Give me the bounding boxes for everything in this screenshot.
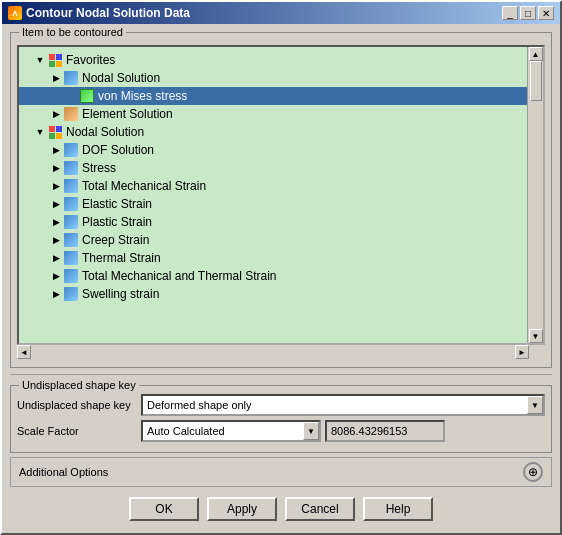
tree-item-total-mech-thermal[interactable]: ▶ Total Mechanical and Thermal Strain	[19, 267, 527, 285]
scroll-right-button[interactable]: ►	[515, 345, 529, 359]
swelling-icon	[63, 286, 79, 302]
creep-icon	[63, 232, 79, 248]
plastic-label: Plastic Strain	[82, 215, 152, 229]
scroll-thumb[interactable]	[530, 61, 542, 101]
scroll-corner	[529, 345, 545, 361]
scroll-left-button[interactable]: ◄	[17, 345, 31, 359]
titlebar: Λ Contour Nodal Solution Data _ □ ✕	[2, 2, 560, 24]
tree-item-total-mech[interactable]: ▶ Total Mechanical Strain	[19, 177, 527, 195]
thermal-icon	[63, 250, 79, 266]
favorites-label: Favorites	[66, 53, 115, 67]
nodal-fav-label: Nodal Solution	[82, 71, 160, 85]
ok-button[interactable]: OK	[129, 497, 199, 521]
tree-item-plastic[interactable]: ▶ Plastic Strain	[19, 213, 527, 231]
tree-item-nodal-main[interactable]: ▼ Nodal Solution	[19, 123, 527, 141]
additional-options-label: Additional Options	[19, 466, 108, 478]
shape-key-row: Undisplaced shape key Deformed shape onl…	[17, 394, 545, 416]
maximize-button[interactable]: □	[520, 6, 536, 20]
swelling-label: Swelling strain	[82, 287, 159, 301]
undisplaced-section: Undisplaced shape key Undisplaced shape …	[10, 385, 552, 453]
tree-item-nodal-fav[interactable]: ▶ Nodal Solution	[19, 69, 527, 87]
total-mech-thermal-label: Total Mechanical and Thermal Strain	[82, 269, 277, 283]
scroll-down-button[interactable]: ▼	[529, 329, 543, 343]
scale-factor-select-wrapper[interactable]: Auto Calculated Manual ▼	[141, 420, 321, 442]
von-mises-label: von Mises stress	[98, 89, 187, 103]
stress-label: Stress	[82, 161, 116, 175]
von-mises-icon	[79, 88, 95, 104]
dof-label: DOF Solution	[82, 143, 154, 157]
scale-factor-row: Scale Factor Auto Calculated Manual ▼	[17, 420, 545, 442]
element-solution-icon	[63, 106, 79, 122]
dof-icon	[63, 142, 79, 158]
button-row: OK Apply Cancel Help	[10, 493, 552, 525]
scale-factor-label: Scale Factor	[17, 425, 137, 437]
close-button[interactable]: ✕	[538, 6, 554, 20]
undisplaced-label: Undisplaced shape key	[19, 379, 139, 391]
thermal-label: Thermal Strain	[82, 251, 161, 265]
nodal-fav-icon	[63, 70, 79, 86]
tree-item-von-mises[interactable]: von Mises stress	[19, 87, 527, 105]
nodal-main-label: Nodal Solution	[66, 125, 144, 139]
elastic-icon	[63, 196, 79, 212]
app-icon: Λ	[8, 6, 22, 20]
element-solution-label: Element Solution	[82, 107, 173, 121]
vertical-scrollbar[interactable]: ▲ ▼	[527, 47, 543, 343]
total-mech-icon	[63, 178, 79, 194]
tree-container[interactable]: ▼ Favorites ▶ No	[19, 47, 527, 343]
h-scroll-track	[31, 347, 515, 359]
cancel-button[interactable]: Cancel	[285, 497, 355, 521]
help-button[interactable]: Help	[363, 497, 433, 521]
tree-item-dof[interactable]: ▶ DOF Solution	[19, 141, 527, 159]
apply-button[interactable]: Apply	[207, 497, 277, 521]
favorites-icon	[47, 52, 63, 68]
nodal-main-icon	[47, 124, 63, 140]
scale-factor-select[interactable]: Auto Calculated Manual	[141, 420, 321, 442]
elastic-label: Elastic Strain	[82, 197, 152, 211]
horizontal-scrollbar[interactable]: ◄ ►	[17, 345, 545, 361]
scroll-track	[530, 61, 542, 329]
minimize-button[interactable]: _	[502, 6, 518, 20]
bottom-section: Undisplaced shape key Undisplaced shape …	[10, 374, 552, 525]
titlebar-left: Λ Contour Nodal Solution Data	[8, 6, 190, 20]
window-title: Contour Nodal Solution Data	[26, 6, 190, 20]
tree-item-favorites[interactable]: ▼ Favorites	[19, 51, 527, 69]
total-mech-thermal-icon	[63, 268, 79, 284]
shape-key-label: Undisplaced shape key	[17, 399, 137, 411]
shape-key-select-wrapper[interactable]: Deformed shape only Undeformed shape Und…	[141, 394, 545, 416]
shape-key-select[interactable]: Deformed shape only Undeformed shape Und…	[141, 394, 545, 416]
plastic-icon	[63, 214, 79, 230]
tree-item-swelling[interactable]: ▶ Swelling strain	[19, 285, 527, 303]
tree-item-creep[interactable]: ▶ Creep Strain	[19, 231, 527, 249]
tree-item-elastic[interactable]: ▶ Elastic Strain	[19, 195, 527, 213]
window-content: Item to be contoured ▼ Favorites	[2, 24, 560, 533]
item-group-box: Item to be contoured ▼ Favorites	[10, 32, 552, 368]
tree-item-stress[interactable]: ▶ Stress	[19, 159, 527, 177]
main-window: Λ Contour Nodal Solution Data _ □ ✕ Item…	[0, 0, 562, 535]
total-mech-label: Total Mechanical Strain	[82, 179, 206, 193]
tree-item-element-solution[interactable]: ▶ Element Solution	[19, 105, 527, 123]
tree-item-thermal[interactable]: ▶ Thermal Strain	[19, 249, 527, 267]
stress-icon	[63, 160, 79, 176]
additional-options-expand-icon[interactable]: ⊕	[523, 462, 543, 482]
scale-factor-input[interactable]	[325, 420, 445, 442]
additional-options-row[interactable]: Additional Options ⊕	[10, 457, 552, 487]
group-label: Item to be contoured	[19, 26, 126, 38]
titlebar-buttons: _ □ ✕	[502, 6, 554, 20]
creep-label: Creep Strain	[82, 233, 149, 247]
scroll-up-button[interactable]: ▲	[529, 47, 543, 61]
